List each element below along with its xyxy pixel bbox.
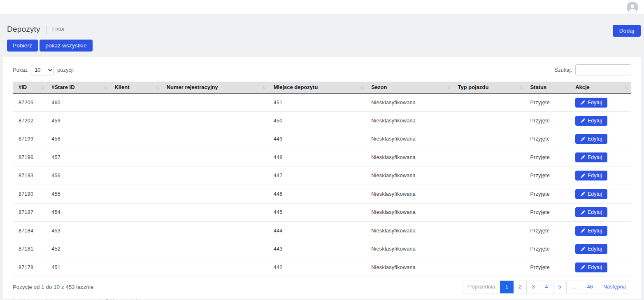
edit-button[interactable]: Edytuj: [575, 226, 607, 236]
page-length-control: Pokaż 10 pozycji: [13, 65, 74, 75]
pagination-page-2[interactable]: 2: [513, 281, 527, 293]
pagination-previous[interactable]: Poprzednia: [463, 281, 500, 293]
edit-button-label: Edytuj: [588, 228, 602, 234]
cell-stare-id: 457: [47, 148, 110, 167]
show-all-button[interactable]: pokaż wszystkie: [40, 40, 93, 52]
cell-sezon: Niesklasyfikowana: [367, 112, 453, 130]
cell-sezon: Niesklasyfikowana: [367, 185, 453, 204]
cell-typ-pojazdu: [454, 185, 526, 204]
edit-button[interactable]: Edytuj: [575, 262, 607, 272]
cell-id: 87181: [13, 240, 47, 258]
cell-id: 87178: [13, 258, 47, 277]
pencil-icon: [581, 118, 585, 123]
deposits-table: #ID↑↓#Stare ID↑↓Klient↑↓Numer rejestracy…: [13, 82, 631, 277]
cell-numer-rejestracyjny: [163, 203, 270, 222]
column-header-sezon[interactable]: Sezon↑↓: [367, 82, 453, 93]
column-header-id[interactable]: #ID↑↓: [13, 82, 47, 93]
edit-button[interactable]: Edytuj: [575, 116, 607, 126]
edit-button[interactable]: Edytuj: [575, 171, 607, 180]
cell-klient: [110, 240, 162, 258]
user-avatar-icon[interactable]: [627, 2, 638, 13]
edit-button[interactable]: Edytuj: [575, 189, 607, 199]
length-label-before: Pokaż: [13, 67, 28, 73]
cell-akcje: Edytuj: [571, 112, 631, 130]
cell-akcje: Edytuj: [571, 240, 631, 258]
cell-numer-rejestracyjny: [163, 93, 270, 112]
cell-sezon: Niesklasyfikowana: [367, 203, 453, 222]
pagination-page-3[interactable]: 3: [526, 281, 540, 293]
column-header-status[interactable]: Status: [526, 82, 571, 93]
cell-klient: [110, 203, 162, 222]
pencil-icon: [581, 265, 585, 270]
cell-id: 87205: [13, 93, 47, 112]
column-header-typ-pojazdu[interactable]: Typ pojazdu↑↓: [454, 82, 526, 93]
edit-button[interactable]: Edytuj: [575, 244, 607, 254]
column-header-numer-rejestracyjny[interactable]: Numer rejestracyjny↑↓: [163, 82, 270, 93]
column-label: Klient: [114, 84, 129, 90]
edit-button-label: Edytuj: [588, 100, 602, 105]
table-header-row: #ID↑↓#Stare ID↑↓Klient↑↓Numer rejestracy…: [13, 82, 631, 93]
footnote: * - W depozycie jest zaznaczona opcja Ró…: [13, 299, 631, 300]
cell-miejsce-depozytu: 442: [270, 258, 367, 277]
edit-button-label: Edytuj: [588, 118, 602, 124]
edit-button[interactable]: Edytuj: [575, 207, 607, 217]
cell-miejsce-depozytu: 449: [270, 130, 367, 148]
edit-button[interactable]: Edytuj: [575, 152, 607, 162]
cell-sezon: Niesklasyfikowana: [367, 166, 453, 185]
column-label: Miejsce depozytu: [274, 84, 318, 90]
cell-klient: [110, 185, 162, 204]
column-header-akcje[interactable]: Akcje↑↓: [571, 82, 631, 93]
cell-status: Przyjęte: [526, 240, 571, 258]
column-label: Sezon: [371, 84, 387, 90]
edit-button[interactable]: Edytuj: [575, 98, 607, 108]
cell-id: 87184: [13, 222, 47, 240]
pagination: Poprzednia12345…46Następna: [463, 281, 631, 293]
column-header-miejsce-depozytu[interactable]: Miejsce depozytu↑↓: [270, 82, 367, 93]
cell-typ-pojazdu: [454, 258, 526, 277]
cell-miejsce-depozytu: 445: [270, 203, 367, 222]
cell-numer-rejestracyjny: [163, 258, 270, 277]
pagination-page-4[interactable]: 4: [540, 281, 553, 293]
sort-icon: ↑↓: [360, 85, 364, 90]
pagination-page-46[interactable]: 46: [582, 281, 598, 293]
cell-stare-id: 454: [47, 203, 110, 222]
column-label: Status: [530, 84, 546, 90]
cell-klient: [110, 93, 162, 112]
table-row: 87193456447NiesklasyfikowanaPrzyjęteEdyt…: [13, 166, 631, 185]
cell-miejsce-depozytu: 444: [270, 222, 367, 240]
pagination-page-1[interactable]: 1: [500, 281, 514, 293]
cell-id: 87202: [13, 112, 47, 130]
search-input[interactable]: [575, 64, 631, 75]
cell-typ-pojazdu: [454, 148, 526, 167]
edit-button-label: Edytuj: [588, 155, 602, 160]
table-row: 87202459450NiesklasyfikowanaPrzyjęteEdyt…: [13, 112, 631, 130]
pagination-page-5[interactable]: 5: [553, 281, 567, 293]
cell-akcje: Edytuj: [571, 258, 631, 277]
column-header-stare-id[interactable]: #Stare ID↑↓: [47, 82, 110, 93]
cell-akcje: Edytuj: [571, 185, 631, 204]
cell-sezon: Niesklasyfikowana: [367, 258, 453, 277]
cell-typ-pojazdu: [454, 222, 526, 240]
cell-status: Przyjęte: [526, 112, 571, 130]
results-info: Pozycje od 1 do 10 z 453 łącznie: [13, 284, 93, 290]
cell-typ-pojazdu: [454, 240, 526, 258]
cell-status: Przyjęte: [526, 258, 571, 277]
download-button[interactable]: Pobierz: [7, 40, 38, 52]
add-button[interactable]: Dodaj: [613, 25, 641, 37]
cell-klient: [110, 222, 162, 240]
pencil-icon: [581, 192, 585, 196]
page-length-select[interactable]: 10: [31, 65, 54, 75]
table-card: Pokaż 10 pozycji Szukaj: #ID↑↓#Stare ID↑…: [3, 57, 641, 299]
cell-klient: [110, 166, 162, 185]
page-head: Depozyty Lista Dodaj Pobierz pokaż wszys…: [0, 15, 644, 52]
cell-akcje: Edytuj: [571, 130, 631, 148]
column-header-klient[interactable]: Klient↑↓: [110, 82, 162, 93]
edit-button[interactable]: Edytuj: [575, 134, 607, 144]
length-label-after: pozycji: [57, 67, 74, 73]
cell-akcje: Edytuj: [571, 148, 631, 167]
pagination-next[interactable]: Następna: [598, 281, 631, 293]
search-control: Szukaj:: [554, 64, 631, 75]
cell-typ-pojazdu: [454, 93, 526, 112]
cell-numer-rejestracyjny: [163, 185, 270, 204]
column-label: #ID: [19, 84, 27, 90]
